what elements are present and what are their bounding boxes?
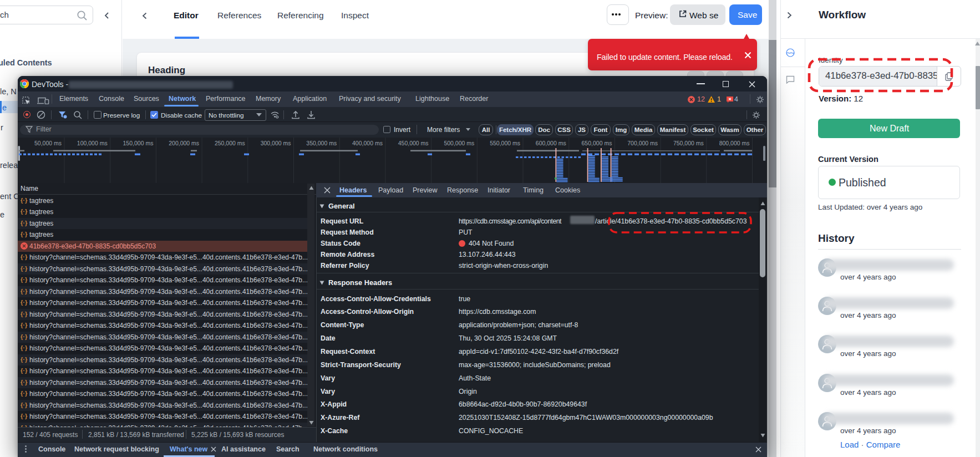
svg-text:550,000 ms: 550,000 ms xyxy=(490,140,520,146)
svg-text:800,000 ms: 800,000 ms xyxy=(719,140,750,146)
svg-text:200,000 ms: 200,000 ms xyxy=(169,140,199,146)
svg-text:300,000 ms: 300,000 ms xyxy=(261,140,291,146)
svg-text:350,000 ms: 350,000 ms xyxy=(306,140,337,146)
svg-text:50,000 ms: 50,000 ms xyxy=(34,140,62,146)
svg-text:700,000 ms: 700,000 ms xyxy=(627,140,658,146)
svg-text:650,000 ms: 650,000 ms xyxy=(582,140,612,146)
svg-text:250,000 ms: 250,000 ms xyxy=(215,140,245,146)
svg-text:150,000 ms: 150,000 ms xyxy=(123,140,154,146)
svg-text:600,000 ms: 600,000 ms xyxy=(536,140,566,146)
svg-text:500,000 ms: 500,000 ms xyxy=(444,140,474,146)
svg-text:100,000 ms: 100,000 ms xyxy=(77,140,108,146)
svg-text:750,000 ms: 750,000 ms xyxy=(673,140,704,146)
svg-text:450,000 ms: 450,000 ms xyxy=(398,140,429,146)
svg-text:400,000 ms: 400,000 ms xyxy=(352,140,383,146)
